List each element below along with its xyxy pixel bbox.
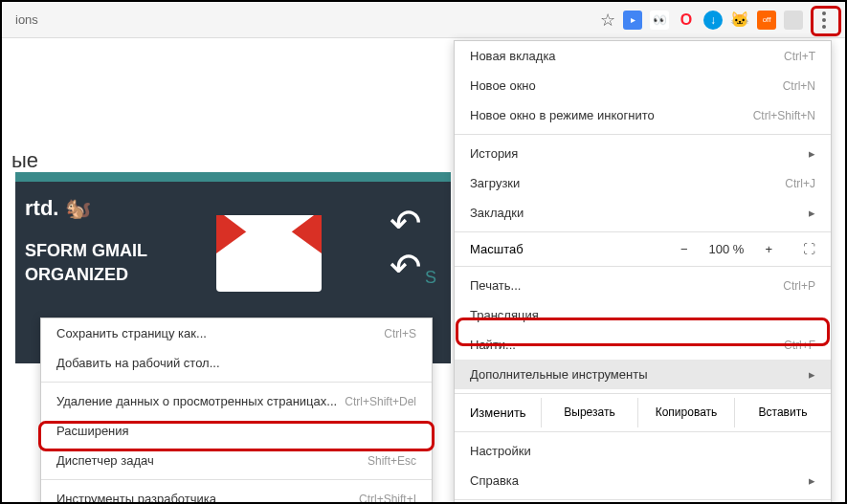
zoom-value: 100 % [709, 242, 745, 256]
menu-edit-row: Изменить Вырезать Копировать Вставить [455, 398, 831, 427]
submenu-task-manager[interactable]: Диспетчер задачShift+Esc [41, 446, 432, 475]
menu-incognito[interactable]: Новое окно в режиме инкогнитоCtrl+Shift+… [455, 100, 831, 130]
menu-separator [455, 499, 831, 500]
menu-separator [455, 231, 831, 232]
opera-extension-icon[interactable]: O [677, 11, 696, 30]
menu-separator [455, 134, 831, 135]
gmail-icon [216, 215, 322, 292]
menu-separator [41, 479, 432, 480]
fullscreen-icon[interactable]: ⛶ [803, 242, 815, 256]
menu-find[interactable]: Найти...Ctrl+F [455, 330, 831, 360]
submenu-extensions[interactable]: Расширения [41, 416, 432, 446]
extension-icon[interactable]: ▸ [623, 11, 642, 30]
menu-new-window[interactable]: Новое окноCtrl+N [455, 71, 831, 100]
extension-off-icon[interactable]: off [757, 11, 776, 30]
zoom-out-button[interactable]: − [677, 242, 692, 256]
url-fragment: ions [15, 12, 600, 27]
banner-logo: rtd. 🐿️ [25, 196, 91, 221]
bookmark-star-icon[interactable]: ☆ [600, 10, 615, 31]
decorative-letter: S [425, 268, 436, 288]
edit-copy-button[interactable]: Копировать [637, 398, 734, 427]
menu-separator [455, 266, 831, 267]
menu-new-tab[interactable]: Новая вкладкаCtrl+T [455, 41, 831, 71]
extension-icon[interactable]: ↓ [703, 11, 723, 30]
menu-zoom: Масштаб − 100 % + ⛶ [455, 236, 831, 262]
page-heading-fragment: ые [11, 148, 38, 173]
menu-history[interactable]: История▸ [455, 139, 831, 168]
menu-cast[interactable]: Трансляция... [455, 300, 831, 330]
decorative-arrows: ↶↶ [390, 201, 422, 289]
menu-more-tools[interactable]: Дополнительные инструменты▸ [455, 360, 831, 389]
submenu-clear-data[interactable]: Удаление данных о просмотренных страница… [41, 386, 432, 416]
more-tools-submenu: Сохранить страницу как...Ctrl+S Добавить… [40, 318, 433, 504]
highlight-ring [811, 6, 841, 36]
menu-print[interactable]: Печать...Ctrl+P [455, 271, 831, 300]
extension-icon[interactable]: 👀 [650, 11, 669, 30]
menu-separator [455, 431, 831, 432]
browser-main-menu: Новая вкладкаCtrl+T Новое окноCtrl+N Нов… [454, 40, 832, 504]
edit-cut-button[interactable]: Вырезать [541, 398, 637, 427]
submenu-add-desktop[interactable]: Добавить на рабочий стол... [41, 348, 432, 378]
edit-paste-button[interactable]: Вставить [734, 398, 831, 427]
banner-text: SFORM GMAIL ORGANIZED [25, 239, 147, 287]
zoom-in-button[interactable]: + [761, 242, 776, 256]
menu-separator [455, 393, 831, 394]
extension-icon[interactable] [784, 11, 803, 30]
extension-icon[interactable]: 🐱 [730, 11, 749, 30]
menu-bookmarks[interactable]: Закладки▸ [455, 198, 831, 228]
toolbar-actions: ☆ ▸ 👀 O ↓ 🐱 off [600, 6, 845, 34]
submenu-dev-tools[interactable]: Инструменты разработчикаCtrl+Shift+I [41, 484, 432, 504]
menu-help[interactable]: Справка▸ [455, 466, 831, 495]
submenu-save-page[interactable]: Сохранить страницу как...Ctrl+S [41, 318, 432, 348]
menu-separator [41, 382, 432, 383]
browser-toolbar: ions ☆ ▸ 👀 O ↓ 🐱 off [2, 2, 845, 38]
menu-settings[interactable]: Настройки [455, 436, 831, 466]
menu-downloads[interactable]: ЗагрузкиCtrl+J [455, 168, 831, 198]
